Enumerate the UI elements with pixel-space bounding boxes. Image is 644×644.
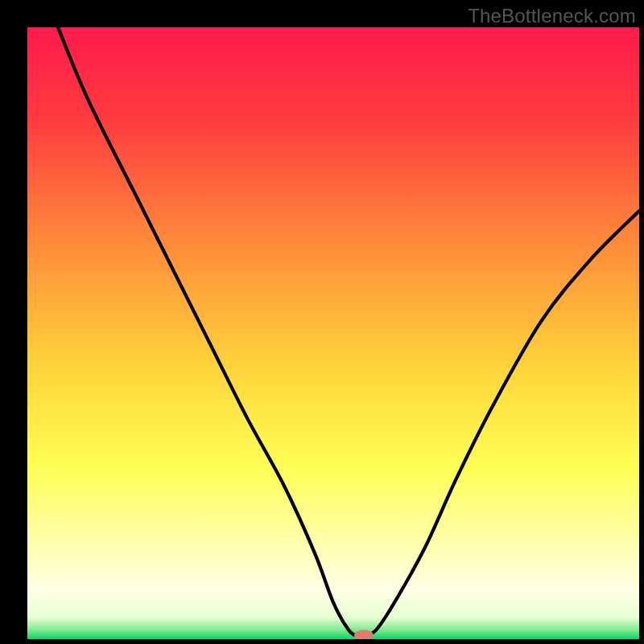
gradient-background	[27, 27, 639, 639]
watermark-text: TheBottleneck.com	[468, 5, 636, 27]
plot-area	[27, 27, 639, 639]
chart-frame: TheBottleneck.com	[0, 0, 644, 644]
plot-svg	[27, 27, 639, 639]
